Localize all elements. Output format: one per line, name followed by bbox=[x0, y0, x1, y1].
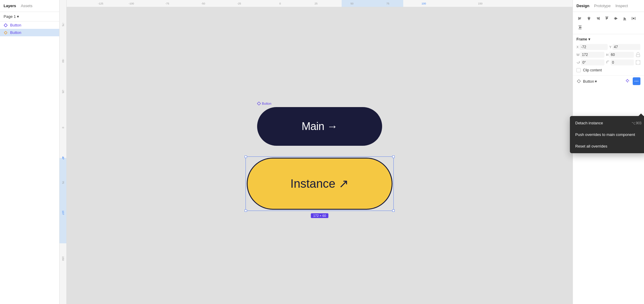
svg-rect-27 bbox=[624, 18, 625, 20]
svg-rect-30 bbox=[635, 17, 636, 20]
canvas-area: -125 -100 -75 -50 -25 0 25 50 75 100 150… bbox=[60, 0, 573, 304]
reset-overrides-item[interactable]: Reset all overrides bbox=[570, 140, 644, 152]
selection-handle-tr[interactable] bbox=[392, 156, 395, 158]
canvas-bg[interactable]: Button Main → Instance ↗ bbox=[67, 7, 573, 304]
svg-rect-39 bbox=[577, 79, 580, 83]
ruler-mark-v: 150 bbox=[62, 256, 65, 261]
svg-rect-34 bbox=[579, 27, 581, 28]
clip-content-checkbox[interactable] bbox=[576, 68, 581, 72]
ruler-mark: 0 bbox=[279, 2, 281, 5]
svg-rect-21 bbox=[606, 18, 607, 20]
svg-rect-13 bbox=[579, 19, 581, 20]
svg-rect-22 bbox=[607, 18, 608, 19]
component-dropdown-menu: Detach instance ⌥⌘B Push overrides to ma… bbox=[570, 116, 644, 153]
w-label: W bbox=[576, 53, 579, 57]
align-left-btn[interactable] bbox=[576, 15, 584, 22]
svg-rect-18 bbox=[597, 18, 599, 18]
distribute-h-btn[interactable] bbox=[630, 15, 637, 22]
align-bottom-btn[interactable] bbox=[621, 15, 628, 22]
right-panel-tabs: Design Prototype Inspect bbox=[573, 0, 644, 12]
svg-rect-19 bbox=[598, 19, 599, 20]
w-field[interactable]: W 172 bbox=[576, 52, 604, 58]
tab-design[interactable]: Design bbox=[576, 2, 589, 9]
h-value[interactable]: 60 bbox=[609, 52, 634, 58]
main-button[interactable]: Main → bbox=[257, 107, 382, 146]
y-label: Y bbox=[609, 45, 612, 49]
rotation-field[interactable]: 0° bbox=[576, 59, 604, 65]
align-middle-btn[interactable] bbox=[612, 15, 619, 22]
clip-content-row[interactable]: Clip content bbox=[573, 66, 644, 74]
chevron-down-icon: ▾ bbox=[17, 14, 19, 19]
ruler-mark: -25 bbox=[237, 2, 241, 5]
x-field[interactable]: X -72 bbox=[576, 44, 608, 50]
svg-rect-14 bbox=[589, 17, 589, 20]
instance-selection[interactable]: Instance ↗ 172 × 60 bbox=[247, 158, 393, 210]
svg-rect-32 bbox=[579, 26, 582, 26]
svg-rect-12 bbox=[579, 18, 581, 18]
h-label: H bbox=[606, 53, 609, 57]
constrain-btn[interactable] bbox=[636, 52, 640, 58]
rotation-icon bbox=[576, 60, 580, 65]
ruler-mark: -125 bbox=[98, 2, 103, 5]
ruler-mark: 75 bbox=[386, 2, 389, 5]
ruler-mark-v: 75 bbox=[62, 181, 65, 184]
layer-item-main[interactable]: Button bbox=[0, 21, 59, 29]
align-right-btn[interactable] bbox=[594, 15, 601, 22]
corner-radius-field[interactable]: 0 bbox=[606, 59, 634, 65]
tab-layers[interactable]: Layers bbox=[4, 2, 16, 9]
svg-rect-29 bbox=[632, 17, 632, 20]
h-field[interactable]: H 60 bbox=[606, 52, 634, 58]
svg-rect-17 bbox=[599, 17, 600, 20]
tab-prototype[interactable]: Prototype bbox=[594, 2, 611, 9]
xy-row: X -72 Y 47 bbox=[573, 43, 644, 51]
layer-item-instance[interactable]: Button bbox=[0, 29, 59, 36]
corner-radius-icon bbox=[606, 60, 610, 65]
page-selector[interactable]: Page 1 ▾ bbox=[0, 12, 59, 21]
y-value[interactable]: 47 bbox=[612, 44, 640, 50]
panel-tabs: Layers Assets bbox=[0, 0, 59, 12]
align-tools bbox=[573, 12, 644, 34]
detach-instance-item[interactable]: Detach instance ⌥⌘B bbox=[570, 117, 644, 129]
align-top-btn[interactable] bbox=[603, 15, 610, 22]
right-panel: Design Prototype Inspect Frame bbox=[573, 0, 644, 304]
component-label-icon bbox=[257, 102, 261, 105]
ruler-mark-v: 0 bbox=[62, 127, 65, 129]
more-options-btn[interactable]: ··· bbox=[633, 77, 640, 85]
svg-rect-6 bbox=[257, 102, 260, 105]
selection-handle-tl[interactable] bbox=[245, 156, 247, 158]
svg-rect-0 bbox=[4, 23, 7, 27]
align-center-v-btn[interactable] bbox=[585, 15, 593, 22]
corner-radius-value[interactable]: 0 bbox=[611, 59, 634, 65]
resize-btn[interactable] bbox=[636, 60, 640, 65]
size-badge: 172 × 60 bbox=[311, 213, 328, 218]
component-name: Button ▾ bbox=[583, 79, 623, 84]
svg-rect-23 bbox=[614, 18, 618, 19]
tab-assets[interactable]: Assets bbox=[21, 2, 32, 9]
component-row: Button ▾ ··· bbox=[573, 75, 644, 87]
svg-rect-40 bbox=[626, 79, 629, 82]
svg-rect-24 bbox=[615, 17, 616, 20]
w-value[interactable]: 172 bbox=[580, 52, 604, 58]
ruler-horizontal: -125 -100 -75 -50 -25 0 25 50 75 100 150 bbox=[60, 0, 573, 7]
rotation-value[interactable]: 0° bbox=[581, 59, 604, 65]
svg-rect-20 bbox=[605, 17, 608, 17]
goto-main-component-btn[interactable] bbox=[625, 78, 631, 84]
svg-rect-31 bbox=[633, 18, 634, 19]
push-overrides-item[interactable]: Push overrides to main component bbox=[570, 129, 644, 140]
canvas-content: Button Main → Instance ↗ bbox=[67, 7, 573, 304]
distribute-v-btn[interactable] bbox=[576, 24, 584, 31]
ruler-mark-v-107: 107 bbox=[62, 211, 65, 215]
selection-handle-bl[interactable] bbox=[245, 209, 247, 212]
x-value[interactable]: -72 bbox=[579, 44, 607, 50]
svg-rect-15 bbox=[588, 18, 590, 18]
x-label: X bbox=[576, 45, 579, 49]
svg-rect-11 bbox=[578, 17, 579, 20]
y-field[interactable]: Y 47 bbox=[609, 44, 641, 50]
instance-button[interactable]: Instance ↗ bbox=[247, 158, 393, 210]
ruler-mark-v: -75 bbox=[62, 22, 65, 26]
chevron-down-icon: ▾ bbox=[588, 37, 590, 41]
page-label: Page 1 bbox=[4, 14, 16, 19]
svg-rect-5 bbox=[4, 31, 7, 34]
tab-inspect[interactable]: Inspect bbox=[615, 2, 628, 9]
selection-handle-br[interactable] bbox=[392, 209, 395, 212]
